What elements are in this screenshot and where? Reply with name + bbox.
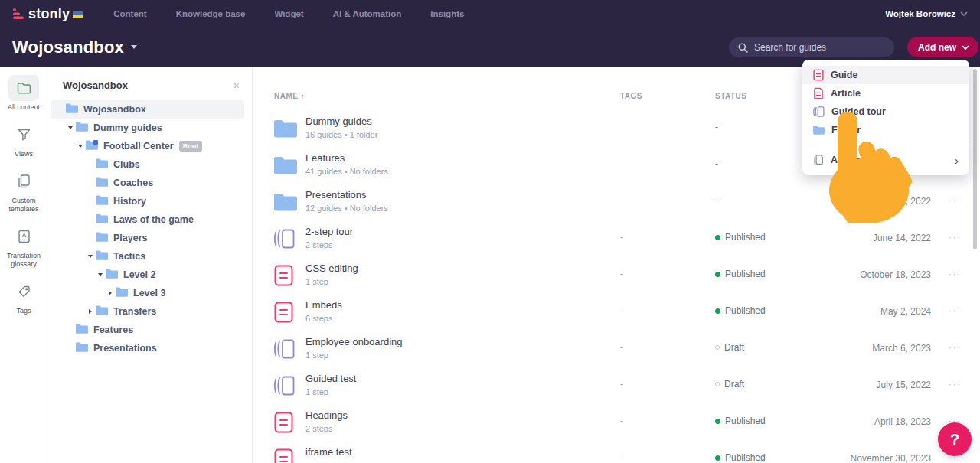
caret-right-icon[interactable] <box>85 309 96 314</box>
tree-node-clubs[interactable]: Clubs <box>51 155 244 174</box>
tree-node-presentations[interactable]: Presentations <box>51 339 244 357</box>
row-tags: - <box>620 379 623 390</box>
row-title[interactable]: Presentations <box>305 189 388 201</box>
row-title[interactable]: 2-step tour <box>305 226 353 237</box>
menu-item-all-templates[interactable]: All templates › <box>802 151 969 169</box>
table-row-headings[interactable]: Headings2 steps - Published April 18, 20… <box>253 404 980 441</box>
table-row-guided-test[interactable]: Guided test1 step - Draft July 15, 2022 … <box>253 367 980 404</box>
column-header-tags[interactable]: TAGS <box>620 92 642 100</box>
published-dot-icon <box>715 455 720 461</box>
sidebar-item-views[interactable]: Views <box>0 122 47 158</box>
tree-node-wojosandbox[interactable]: Wojosandbox <box>51 100 244 119</box>
tree-node-features[interactable]: Features <box>51 321 244 339</box>
row-title[interactable]: Embeds <box>305 299 342 311</box>
row-title[interactable]: CSS editing <box>305 262 358 274</box>
sidebar-item-label: Translation glossary <box>2 252 46 269</box>
row-title[interactable]: iframe test <box>305 446 352 458</box>
nav-item-insights[interactable]: Insights <box>430 9 464 18</box>
caret-down-icon[interactable] <box>65 126 76 129</box>
nav-item-widget[interactable]: Widget <box>274 9 303 18</box>
sidebar-item-all-content[interactable]: All content <box>0 75 47 112</box>
sidebar-item-custom-templates[interactable]: Custom templates <box>0 168 47 214</box>
workspace-title[interactable]: Wojosandbox <box>12 37 124 57</box>
column-header-name[interactable]: NAME↑ <box>274 92 305 100</box>
tree-node-coaches[interactable]: Coaches <box>51 174 244 192</box>
table-row-embeds[interactable]: Embeds6 steps - Published May 2, 2024 ··… <box>253 294 980 331</box>
caret-right-icon[interactable] <box>105 291 116 295</box>
row-date: April 18, 2023 <box>874 416 931 427</box>
caret-down-icon[interactable] <box>95 273 106 276</box>
row-title[interactable]: Guided test <box>305 373 357 384</box>
search-bar[interactable] <box>729 37 894 57</box>
guide-icon <box>813 69 824 81</box>
more-options-icon[interactable]: ··· <box>949 378 962 390</box>
menu-item-folder[interactable]: Folder <box>802 121 969 139</box>
stonly-app-window: stonly Content Knowledge base Widget AI … <box>0 0 980 463</box>
folder-icon <box>274 119 297 138</box>
guided-tour-icon <box>274 374 295 397</box>
svg-text:A: A <box>21 232 26 239</box>
tree-node-football-center[interactable]: Football Center Root <box>51 137 244 155</box>
row-title[interactable]: Features <box>305 152 388 164</box>
menu-item-guide[interactable]: Guide <box>802 66 969 84</box>
tree-node-dummy-guides[interactable]: Dummy guides <box>51 119 244 137</box>
row-meta: 16 guides • 1 folder <box>305 130 377 139</box>
folder-icon <box>274 156 297 174</box>
row-title[interactable]: Employee onboarding <box>305 336 402 347</box>
table-row-iframe-test[interactable]: iframe test - Published November 30, 202… <box>253 441 980 463</box>
tree-node-transfers[interactable]: Transfers <box>51 302 244 321</box>
row-tags: - <box>620 416 623 426</box>
workspace-caret-icon[interactable] <box>131 45 137 49</box>
tree-node-tactics[interactable]: Tactics <box>51 247 244 266</box>
search-input[interactable] <box>754 42 877 53</box>
row-status: - <box>715 195 718 206</box>
more-options-icon[interactable]: ··· <box>949 341 962 353</box>
row-meta: 1 step <box>305 277 358 286</box>
menu-item-guided-tour[interactable]: Guided tour <box>802 103 969 121</box>
nav-item-knowledge-base[interactable]: Knowledge base <box>176 9 246 18</box>
column-header-status[interactable]: STATUS <box>715 92 747 100</box>
menu-item-article[interactable]: Article <box>802 84 969 103</box>
caret-down-icon[interactable] <box>75 145 86 148</box>
folder-root-icon <box>86 140 98 150</box>
nav-item-content[interactable]: Content <box>113 9 146 18</box>
sidebar-item-label: Tags <box>16 307 31 315</box>
row-status: - <box>715 122 718 132</box>
nav-item-ai-automation[interactable]: AI & Automation <box>333 9 402 18</box>
tree-node-players[interactable]: Players <box>51 229 244 247</box>
help-button[interactable]: ? <box>938 422 972 456</box>
table-row-presentations[interactable]: Presentations12 guides • No folders - Oc… <box>253 184 980 220</box>
guided-tour-icon <box>274 227 295 250</box>
sidebar-item-tags[interactable]: Tags <box>0 279 47 315</box>
table-row-2-step-tour[interactable]: 2-step tour2 steps - Published June 14, … <box>253 220 980 257</box>
row-status: Published <box>715 305 766 316</box>
folder-icon <box>96 177 108 187</box>
row-tags: - <box>620 342 623 353</box>
user-menu[interactable]: Wojtek Borowicz <box>885 9 968 18</box>
sidebar-item-translation-glossary[interactable]: A Translation glossary <box>0 223 47 269</box>
more-options-icon[interactable]: ··· <box>949 268 962 279</box>
close-icon[interactable]: × <box>234 80 240 91</box>
stonly-logo[interactable]: stonly <box>12 6 83 22</box>
more-options-icon[interactable]: ··· <box>949 231 962 243</box>
add-new-button[interactable]: Add new <box>907 37 978 57</box>
tree-node-level-2[interactable]: Level 2 <box>51 266 244 284</box>
more-options-icon[interactable]: ··· <box>949 305 962 316</box>
table-row-css-editing[interactable]: CSS editing1 step - Published October 18… <box>253 257 980 294</box>
folder-icon <box>813 126 825 135</box>
caret-down-icon[interactable] <box>85 255 96 258</box>
row-title[interactable]: Dummy guides <box>305 116 377 127</box>
row-meta: 6 steps <box>305 314 342 323</box>
folder-tree-panel: Wojosandbox × Wojosandbox Dummy guides <box>47 67 253 463</box>
more-options-icon[interactable]: ··· <box>949 194 962 206</box>
row-date: November 30, 2023 <box>851 453 931 463</box>
row-date: March 6, 2023 <box>872 343 931 354</box>
vertical-scrollbar[interactable] <box>973 69 977 249</box>
table-row-employee-onboarding[interactable]: Employee onboarding1 step - Draft March … <box>253 331 980 367</box>
logo-text: stonly <box>28 6 70 22</box>
tree-node-history[interactable]: History <box>51 192 244 210</box>
row-title[interactable]: Headings <box>305 409 348 421</box>
tree-node-level-3[interactable]: Level 3 <box>51 284 244 302</box>
row-date: October 25, 2022 <box>860 196 931 207</box>
tree-node-laws-of-the-game[interactable]: Laws of the game <box>51 210 244 229</box>
